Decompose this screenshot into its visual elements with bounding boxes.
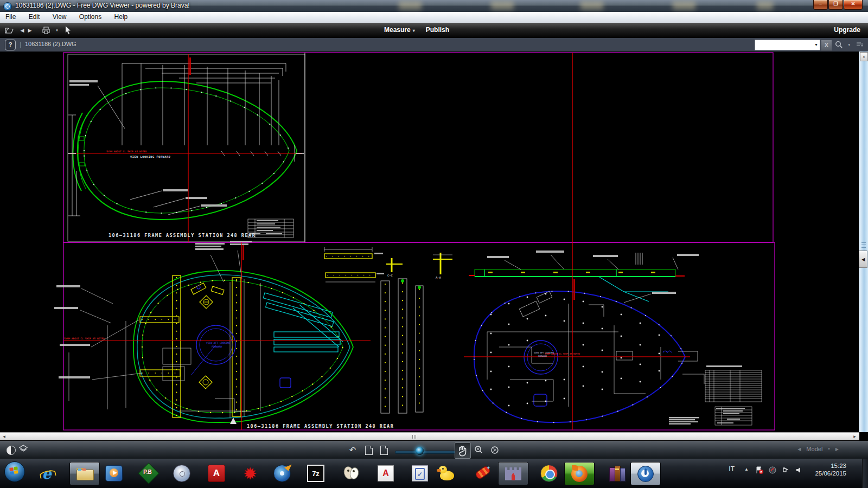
fit-page-icon[interactable]	[363, 445, 374, 455]
taskbar-icon-keys-app[interactable]	[342, 464, 360, 483]
taskbar-icon-document-viewer[interactable]: ✓	[411, 464, 429, 483]
symm-note-bottom-left: SYMM ABOUT CL SHIP AS NOTED	[64, 337, 105, 340]
vertical-scrollbar-grip[interactable]	[861, 242, 866, 248]
top-view-dimensions	[68, 63, 295, 216]
help-icon[interactable]: ?	[5, 40, 16, 50]
next-sheet-icon[interactable]: ▶	[835, 447, 839, 452]
horizontal-scrollbar-grip[interactable]	[412, 435, 419, 439]
clear-search-button[interactable]: X	[821, 40, 832, 51]
document-tab-label[interactable]: 10631186 (2).DWG	[25, 41, 76, 47]
menu-bar: File Edit View Options Help	[0, 12, 868, 23]
zoom-out-icon[interactable]	[489, 445, 500, 455]
right-view-crosshairs	[464, 53, 690, 430]
pan-tool-button[interactable]	[455, 442, 471, 459]
scroll-up-icon[interactable]: ▲	[860, 52, 868, 61]
zoom-window-icon[interactable]	[473, 445, 484, 455]
symm-note-right: SYMM ABOUT CL SHIP AS NOTED	[545, 352, 580, 355]
model-dropdown-caret-icon[interactable]: ▾	[828, 447, 830, 451]
page-list-icon[interactable]	[856, 41, 864, 48]
taskbar-icon-paint-splat[interactable]: ✹	[241, 464, 259, 483]
view-looking-forward-label: VIEW LOOKING FORWARD	[130, 155, 170, 158]
measure-caret-icon: ▾	[413, 28, 415, 33]
vertical-scrollbar[interactable]: ▲ ◀	[859, 52, 868, 432]
drawing-canvas[interactable]: SYMM ABOUT CL SHIP AS NOTED VIEW LOOKING…	[0, 52, 859, 432]
collapse-panel-icon[interactable]: ◀	[859, 251, 867, 268]
view-aft-label-line2: FORWARD	[212, 345, 222, 348]
print-dropdown-caret[interactable]: ▾	[52, 25, 62, 35]
windows-taskbar: e P.B A ✹ 7z	[0, 459, 868, 488]
search-options-caret-icon[interactable]: ▾	[848, 43, 850, 47]
undo-view-icon[interactable]: ↶	[347, 445, 358, 455]
stiffener-bars	[381, 279, 423, 413]
sheet-navigator: ◀ Model ▾ ▶	[797, 446, 839, 452]
folder-icon	[76, 468, 93, 480]
taskbar-icon-rubber-duck[interactable]	[437, 464, 456, 483]
taskbar-icon-winrar[interactable]	[608, 464, 626, 483]
minimize-button[interactable]: –	[813, 0, 828, 10]
detail-yellow-bars	[324, 247, 384, 282]
taskbar-icon-pb-app[interactable]: P.B	[139, 464, 158, 483]
taskbar-icon-burner-app[interactable]	[273, 464, 291, 483]
section-cc-label: C—C	[387, 274, 393, 277]
menu-view[interactable]: View	[47, 12, 72, 21]
taskbar-icon-disc-burner[interactable]	[173, 464, 191, 483]
publish-menu[interactable]: Publish	[426, 26, 449, 34]
tray-clock[interactable]: 15:23 25/06/2015	[801, 462, 846, 477]
menu-file[interactable]: File	[0, 12, 21, 21]
select-cursor-icon[interactable]	[64, 25, 74, 35]
fit-width-icon[interactable]	[379, 445, 390, 455]
close-button[interactable]: ✕	[844, 0, 863, 10]
brightness-contrast-icon[interactable]	[5, 445, 16, 455]
desktop-blur-blob	[673, 1, 695, 10]
taskbar-button-brava-viewer[interactable]	[630, 462, 661, 485]
section-details	[386, 253, 452, 274]
search-combobox[interactable]: ▼	[755, 40, 820, 50]
taskbar-icon-candy-app[interactable]: ✦	[473, 464, 492, 483]
section-aa-label: A—A	[436, 276, 442, 279]
menu-help[interactable]: Help	[109, 12, 133, 21]
pan-hand-icon	[456, 444, 470, 458]
taskbar-icon-adobe-reader[interactable]: A	[207, 464, 226, 483]
taskbar-icon-chrome[interactable]	[540, 464, 558, 483]
print-icon[interactable]	[41, 25, 51, 35]
language-indicator[interactable]: IT	[729, 465, 735, 473]
measure-menu[interactable]: Measure▾	[384, 26, 415, 34]
taskbar-icon-adobe-reader-doc[interactable]: A	[376, 464, 395, 483]
show-desktop-button[interactable]	[862, 459, 868, 488]
taskbar-button-castle-app[interactable]	[498, 462, 528, 485]
scroll-left-icon[interactable]: ◀	[1, 433, 8, 440]
restore-button[interactable]: ❐	[828, 0, 843, 10]
tray-date: 25/06/2015	[801, 470, 846, 477]
hidden-icons-caret-icon[interactable]: ▲	[744, 467, 749, 472]
desktop-blur-blob	[491, 1, 514, 10]
taskbar-icon-internet-explorer[interactable]: e	[37, 464, 56, 483]
zoom-slider-knob[interactable]	[416, 447, 424, 455]
zoom-slider[interactable]	[395, 451, 460, 454]
castle-icon	[504, 466, 522, 481]
action-center-flag-icon[interactable]	[755, 466, 764, 474]
menu-options[interactable]: Options	[74, 12, 107, 21]
forward-icon[interactable]: ▶	[25, 25, 35, 35]
taskbar-button-windows-explorer[interactable]	[69, 462, 100, 485]
symm-note-top: SYMM ABOUT CL SHIP AS NOTED	[106, 150, 147, 153]
horizontal-scrollbar[interactable]: ◀ ▶	[0, 432, 859, 441]
menu-edit[interactable]: Edit	[23, 12, 46, 21]
search-icon[interactable]	[835, 41, 843, 49]
tray-power-icon[interactable]	[768, 466, 777, 474]
scroll-right-icon[interactable]: ▶	[851, 433, 858, 440]
taskbar-button-firefox[interactable]	[564, 462, 595, 485]
taskbar-icon-7zip[interactable]: 7z	[307, 464, 325, 483]
right-view-structure	[487, 291, 704, 407]
search-input[interactable]	[756, 41, 812, 49]
start-button[interactable]	[4, 461, 25, 482]
layers-icon[interactable]	[18, 445, 29, 455]
search-combo-caret-icon[interactable]: ▼	[814, 43, 818, 47]
bottom-sheet-caption: 106–31186 FRAME ASSEMBLY STATION 248 REA…	[247, 423, 394, 429]
open-file-icon[interactable]	[4, 25, 14, 35]
upgrade-button[interactable]: Upgrade	[834, 26, 860, 34]
prev-sheet-icon[interactable]: ◀	[797, 447, 801, 452]
model-space-label[interactable]: Model	[806, 446, 822, 452]
cad-canvas-svg: SYMM ABOUT CL SHIP AS NOTED VIEW LOOKING…	[0, 52, 859, 432]
taskbar-icon-media-player[interactable]	[105, 464, 123, 483]
tray-plug-icon[interactable]	[781, 466, 790, 474]
